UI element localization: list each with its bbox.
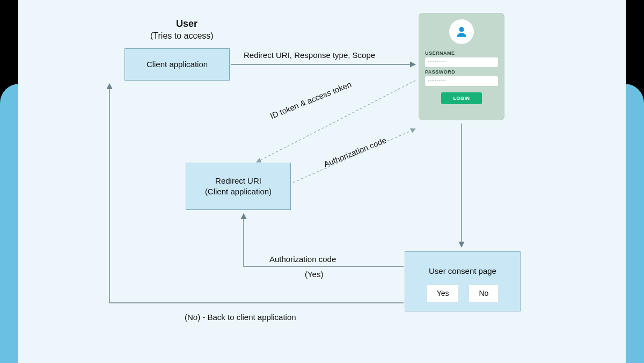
password-label: PASSWORD bbox=[425, 69, 455, 75]
login-button[interactable]: LOGIN bbox=[441, 92, 482, 104]
client-application-label: Client application bbox=[147, 59, 208, 70]
edge-label-token: ID token & access token bbox=[269, 79, 353, 120]
user-subtitle: (Tries to access) bbox=[150, 31, 214, 41]
person-icon bbox=[455, 25, 469, 39]
user-consent-node: User consent page Yes No bbox=[405, 251, 521, 311]
identity-provider-login-panel: USERNAME •••••••••• PASSWORD •••••••••• … bbox=[419, 13, 504, 120]
redirect-uri-label-2: (Client application) bbox=[205, 186, 272, 197]
edge-label-authcode: Authorization code bbox=[323, 135, 388, 169]
user-title: User bbox=[176, 18, 197, 30]
username-label: USERNAME bbox=[425, 50, 455, 56]
edge-label-auth-yes: Authorization code bbox=[269, 255, 336, 264]
client-application-node: Client application bbox=[125, 48, 230, 81]
redirect-uri-label-1: Redirect URI bbox=[215, 176, 261, 186]
edge-label-no-back: (No) - Back to client application bbox=[185, 313, 296, 322]
edge-label-to-idp: Redirect URI, Response type, Scope bbox=[244, 50, 375, 60]
consent-yes-button[interactable]: Yes bbox=[427, 285, 459, 302]
svg-point-0 bbox=[459, 27, 464, 32]
password-field[interactable]: •••••••••• bbox=[425, 76, 498, 86]
diagram-canvas: User (Tries to access) Client applicatio… bbox=[18, 0, 626, 363]
user-avatar-icon bbox=[449, 19, 474, 44]
redirect-uri-node: Redirect URI (Client application) bbox=[186, 163, 291, 210]
consent-title: User consent page bbox=[429, 266, 496, 277]
username-field[interactable]: •••••••••• bbox=[425, 57, 498, 67]
edge-label-yes: (Yes) bbox=[305, 270, 323, 279]
consent-no-button[interactable]: No bbox=[469, 285, 499, 302]
